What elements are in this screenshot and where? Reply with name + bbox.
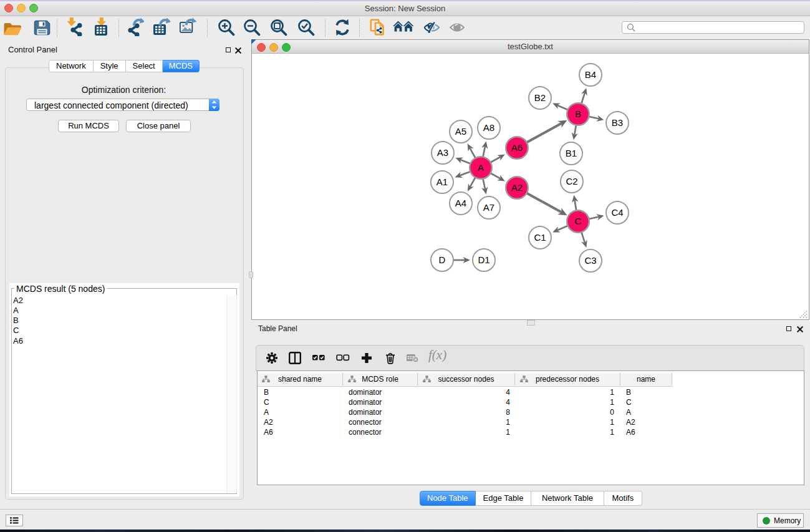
svg-text:B4: B4 bbox=[585, 69, 596, 80]
svg-text:C1: C1 bbox=[534, 232, 546, 243]
svg-text:B1: B1 bbox=[566, 148, 577, 158]
svg-text:B3: B3 bbox=[612, 117, 623, 128]
svg-text:D1: D1 bbox=[478, 254, 489, 265]
svg-text:A3: A3 bbox=[437, 147, 448, 158]
svg-text:C4: C4 bbox=[611, 207, 623, 218]
svg-text:C3: C3 bbox=[584, 255, 596, 266]
svg-text:A8: A8 bbox=[483, 122, 494, 133]
svg-text:A7: A7 bbox=[483, 202, 494, 213]
svg-text:A2: A2 bbox=[511, 182, 523, 193]
svg-text:A6: A6 bbox=[511, 142, 523, 153]
svg-text:C: C bbox=[575, 216, 582, 226]
svg-text:B: B bbox=[575, 109, 581, 119]
svg-text:A: A bbox=[478, 162, 484, 173]
svg-text:A5: A5 bbox=[455, 126, 466, 137]
svg-text:D: D bbox=[439, 254, 446, 265]
svg-text:A1: A1 bbox=[436, 177, 448, 187]
svg-text:B2: B2 bbox=[534, 92, 546, 103]
svg-text:A4: A4 bbox=[455, 198, 466, 208]
svg-text:C2: C2 bbox=[566, 176, 577, 186]
